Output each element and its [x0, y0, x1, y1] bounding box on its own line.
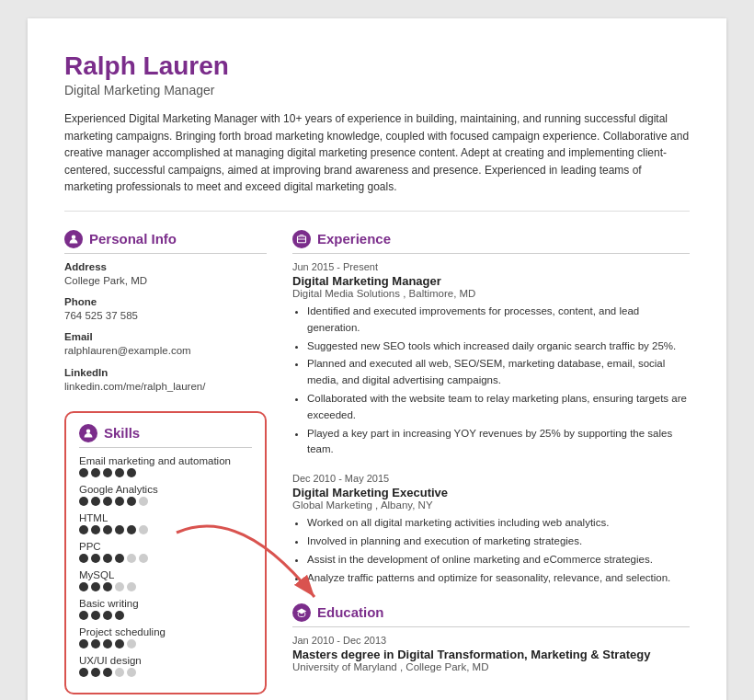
skills-section: Skills Email marketing and automationGoo… — [64, 411, 267, 694]
filled-dot — [103, 582, 112, 591]
filled-dot — [103, 668, 112, 677]
filled-dot — [115, 497, 124, 506]
svg-point-1 — [86, 429, 91, 433]
education-title: Education — [317, 604, 384, 620]
empty-dot — [139, 554, 148, 563]
exp-company: Digital Media Solutions , Baltimore, MD — [292, 288, 690, 299]
left-column: Personal Info Address College Park, MD P… — [64, 230, 267, 694]
skill-item: UX/UI design — [79, 655, 252, 677]
personal-info-title: Personal Info — [89, 231, 177, 247]
exp-bullets: Identified and executed improvements for… — [292, 304, 690, 458]
experience-entry: Jun 2015 - Present Digital Marketing Man… — [292, 261, 690, 458]
empty-dot — [115, 668, 124, 677]
exp-bullet: Analyze traffic patterns and optimize fo… — [307, 570, 690, 587]
edu-school: University of Maryland , College Park, M… — [292, 661, 690, 672]
education-entry: Jan 2010 - Dec 2013 Masters degree in Di… — [292, 635, 690, 672]
candidate-summary: Experienced Digital Marketing Manager wi… — [64, 110, 690, 212]
filled-dot — [79, 497, 88, 506]
exp-bullet: Worked on all digital marketing activiti… — [307, 515, 690, 532]
skills-list: Email marketing and automationGoogle Ana… — [79, 455, 252, 677]
empty-dot — [139, 525, 148, 534]
skill-dots — [79, 668, 252, 677]
filled-dot — [91, 582, 100, 591]
filled-dot — [103, 497, 112, 506]
phone-label: Phone — [64, 296, 267, 307]
skill-name: PPC — [79, 541, 252, 552]
exp-bullet: Suggested new SEO tools which increased … — [307, 339, 690, 355]
phone-field: Phone 764 525 37 585 — [64, 296, 267, 324]
address-label: Address — [64, 261, 267, 272]
svg-point-0 — [72, 235, 76, 239]
skill-item: Google Analytics — [79, 484, 252, 506]
empty-dot — [139, 497, 148, 506]
empty-dot — [127, 639, 136, 648]
skill-name: HTML — [79, 512, 252, 523]
skill-item: HTML — [79, 512, 252, 534]
skill-dots — [79, 497, 252, 506]
exp-bullets: Worked on all digital marketing activiti… — [292, 515, 690, 586]
skill-item: Basic writing — [79, 598, 252, 620]
exp-bullet: Collaborated with the website team to re… — [307, 391, 690, 424]
skill-dots — [79, 582, 252, 591]
experience-title: Experience — [317, 231, 391, 247]
experience-entry: Dec 2010 - May 2015 Digital Marketing Ex… — [292, 473, 690, 586]
experience-icon — [292, 230, 311, 248]
filled-dot — [115, 611, 124, 620]
linkedin-label: LinkedIn — [64, 367, 267, 378]
experience-section: Experience Jun 2015 - Present Digital Ma… — [292, 230, 690, 587]
personal-info-header: Personal Info — [64, 230, 267, 254]
filled-dot — [103, 611, 112, 620]
education-header: Education — [292, 603, 690, 627]
skill-item: Project scheduling — [79, 626, 252, 648]
empty-dot — [115, 582, 124, 591]
empty-dot — [127, 582, 136, 591]
skill-dots — [79, 525, 252, 534]
filled-dot — [115, 554, 124, 563]
filled-dot — [79, 582, 88, 591]
filled-dot — [115, 525, 124, 534]
skill-name: Google Analytics — [79, 484, 252, 495]
filled-dot — [91, 639, 100, 648]
skills-header: Skills — [79, 424, 252, 448]
education-icon — [292, 603, 311, 622]
filled-dot — [91, 611, 100, 620]
empty-dot — [127, 668, 136, 677]
empty-dot — [127, 554, 136, 563]
filled-dot — [115, 468, 124, 477]
skill-name: Basic writing — [79, 598, 252, 609]
exp-bullet: Assist in the development of online mark… — [307, 552, 690, 568]
filled-dot — [91, 554, 100, 563]
filled-dot — [91, 468, 100, 477]
resume-page: Ralph Lauren Digital Marketing Manager E… — [28, 18, 726, 700]
education-section: Education Jan 2010 - Dec 2013 Masters de… — [292, 603, 690, 672]
filled-dot — [91, 525, 100, 534]
phone-value: 764 525 37 585 — [64, 308, 267, 324]
experience-list: Jun 2015 - Present Digital Marketing Man… — [292, 261, 690, 587]
exp-bullet: Planned and executed all web, SEO/SEM, m… — [307, 356, 690, 389]
filled-dot — [91, 497, 100, 506]
skill-name: MySQL — [79, 569, 252, 580]
skill-dots — [79, 554, 252, 563]
skill-item: PPC — [79, 541, 252, 563]
email-label: Email — [64, 331, 267, 342]
filled-dot — [103, 525, 112, 534]
skill-name: Project scheduling — [79, 626, 252, 637]
filled-dot — [103, 468, 112, 477]
skill-name: UX/UI design — [79, 655, 252, 666]
edu-degree: Masters degree in Digital Transformation… — [292, 648, 690, 661]
linkedin-value: linkedin.com/me/ralph_lauren/ — [64, 379, 267, 395]
filled-dot — [79, 668, 88, 677]
skill-name: Email marketing and automation — [79, 455, 252, 466]
personal-info-fields: Address College Park, MD Phone 764 525 3… — [64, 261, 267, 395]
exp-bullet: Played a key part in increasing YOY reve… — [307, 426, 690, 459]
personal-info-section: Personal Info Address College Park, MD P… — [64, 230, 267, 395]
skill-dots — [79, 468, 252, 477]
exp-date: Jun 2015 - Present — [292, 261, 690, 272]
filled-dot — [127, 468, 136, 477]
linkedin-field: LinkedIn linkedin.com/me/ralph_lauren/ — [64, 367, 267, 395]
personal-info-icon — [64, 230, 83, 248]
skill-item: MySQL — [79, 569, 252, 591]
skills-title: Skills — [104, 425, 140, 441]
exp-company: Global Marketing , Albany, NY — [292, 499, 690, 511]
education-list: Jan 2010 - Dec 2013 Masters degree in Di… — [292, 635, 690, 672]
